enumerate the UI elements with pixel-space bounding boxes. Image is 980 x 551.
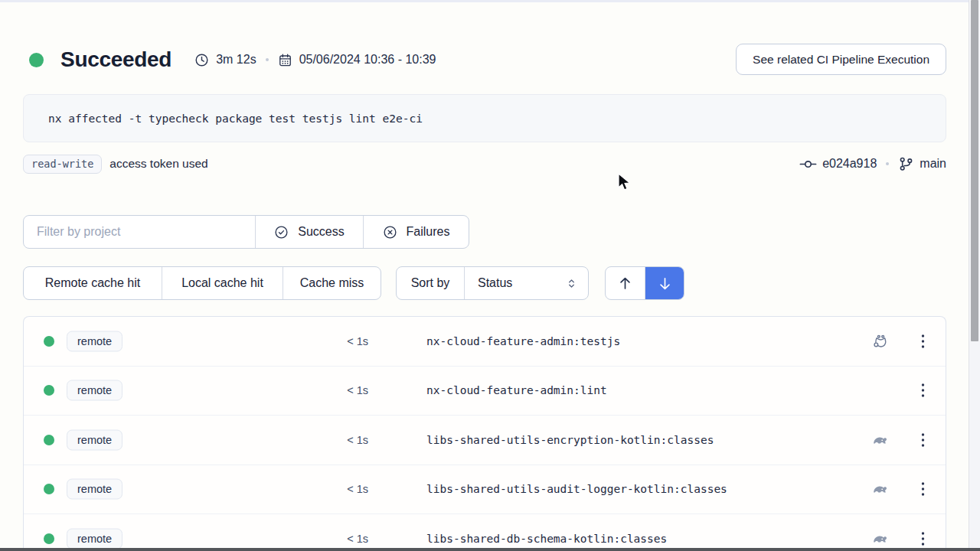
row-menu-button[interactable]: [913, 482, 932, 497]
task-status-dot: [44, 533, 54, 544]
filter-remote-cache-button[interactable]: Remote cache hit: [24, 267, 162, 299]
gradle-icon: [870, 431, 891, 449]
task-row[interactable]: remote < 1s nx-cloud-feature-admin:testj…: [24, 317, 946, 367]
filter-local-cache-button[interactable]: Local cache hit: [162, 267, 283, 299]
task-row[interactable]: remote < 1s nx-cloud-feature-admin:lint: [24, 367, 946, 416]
task-name[interactable]: libs-shared-utils-audit-logger-kotlin:cl…: [426, 483, 727, 495]
commit-icon: [799, 155, 817, 173]
check-circle-icon: [274, 225, 289, 240]
task-row[interactable]: remote < 1s libs-shared-utils-audit-logg…: [24, 465, 946, 515]
page-scrollbar[interactable]: [969, 0, 980, 551]
run-meta: 3m 12s 05/06/2024 10:36 - 10:39: [194, 53, 436, 67]
branch-icon: [898, 156, 914, 172]
project-filter-group: Success Failures: [23, 215, 469, 249]
commit-hash[interactable]: e024a918: [822, 157, 877, 171]
filter-cache-miss-button[interactable]: Cache miss: [283, 267, 381, 299]
vcs-separator-dot: [886, 162, 889, 165]
cache-badge: remote: [67, 380, 122, 401]
task-status-dot: [44, 484, 54, 494]
arrow-up-icon: [617, 276, 633, 292]
row-menu-button[interactable]: [913, 334, 932, 348]
bottom-edge: [0, 548, 980, 551]
sort-direction-group: [605, 266, 684, 300]
run-duration: 3m 12s: [216, 53, 256, 67]
task-row[interactable]: remote < 1s libs-shared-db-schema-kotlin…: [24, 514, 946, 551]
jest-icon: [870, 332, 891, 350]
x-circle-icon: [383, 225, 397, 240]
filter-success-label: Success: [298, 225, 344, 239]
clock-icon: [194, 53, 209, 67]
cache-badge: remote: [67, 479, 122, 500]
branch-name[interactable]: main: [920, 157, 946, 171]
task-status-dot: [44, 385, 54, 396]
arrow-down-icon: [657, 276, 673, 292]
sort-field-value: Status: [478, 276, 512, 290]
task-duration: < 1s: [307, 384, 368, 396]
mouse-cursor: [617, 173, 634, 193]
task-duration: < 1s: [307, 533, 368, 545]
task-status-dot: [44, 435, 54, 445]
sort-ascending-button[interactable]: [606, 267, 645, 299]
task-list: remote < 1s nx-cloud-feature-admin:testj…: [23, 316, 946, 551]
task-duration: < 1s: [307, 335, 368, 347]
command-text: nx affected -t typecheck package test te…: [48, 112, 423, 125]
task-name[interactable]: libs-shared-db-schema-kotlin:classes: [426, 533, 667, 545]
filter-failures-label: Failures: [407, 225, 450, 239]
run-date-range: 05/06/2024 10:36 - 10:39: [299, 53, 436, 67]
calendar-icon: [278, 53, 292, 67]
task-duration: < 1s: [307, 483, 368, 495]
cache-badge: remote: [67, 331, 122, 351]
sort-by-label: Sort by: [397, 267, 464, 299]
task-duration: < 1s: [307, 434, 368, 446]
run-status-title: Succeeded: [60, 47, 172, 72]
task-name[interactable]: nx-cloud-feature-admin:lint: [426, 384, 607, 396]
top-divider: [0, 0, 980, 2]
row-menu-button[interactable]: [913, 531, 932, 546]
filter-failures-button[interactable]: Failures: [363, 216, 469, 248]
task-name[interactable]: libs-shared-utils-encryption-kotlin:clas…: [426, 434, 714, 446]
gradle-icon: [870, 480, 891, 498]
sort-descending-button[interactable]: [645, 267, 684, 299]
run-status-dot: [29, 53, 44, 67]
filter-success-button[interactable]: Success: [255, 216, 363, 248]
scrollbar-thumb[interactable]: [971, 0, 978, 341]
project-filter-input[interactable]: [24, 216, 255, 248]
run-header: Succeeded 3m 12s 05/06/2024 10:36 - 10:3…: [29, 43, 436, 77]
row-menu-button[interactable]: [913, 383, 932, 398]
meta-separator-dot: [266, 58, 269, 61]
token-scope-badge: read-write: [23, 155, 102, 174]
sort-field-select[interactable]: Status: [464, 267, 588, 299]
task-row[interactable]: remote < 1s libs-shared-utils-encryption…: [24, 416, 946, 465]
command-block: nx affected -t typecheck package test te…: [23, 94, 946, 142]
task-status-dot: [44, 336, 54, 347]
gradle-icon: [870, 530, 891, 548]
select-chevrons-icon: [566, 278, 577, 289]
row-menu-button[interactable]: [913, 432, 932, 447]
task-name[interactable]: nx-cloud-feature-admin:testjs: [426, 335, 620, 347]
vcs-info: e024a918 main: [799, 155, 946, 173]
cache-badge: remote: [67, 528, 122, 549]
sort-group: Sort by Status: [396, 266, 589, 300]
cache-badge: remote: [67, 429, 122, 450]
token-row: read-write access token used e024a918 ma…: [23, 153, 946, 174]
see-related-pipeline-button[interactable]: See related CI Pipeline Execution: [736, 44, 946, 75]
cache-filter-group: Remote cache hit Local cache hit Cache m…: [23, 266, 381, 300]
token-usage-text: access token used: [109, 157, 207, 171]
access-token-info: read-write access token used: [23, 155, 208, 174]
